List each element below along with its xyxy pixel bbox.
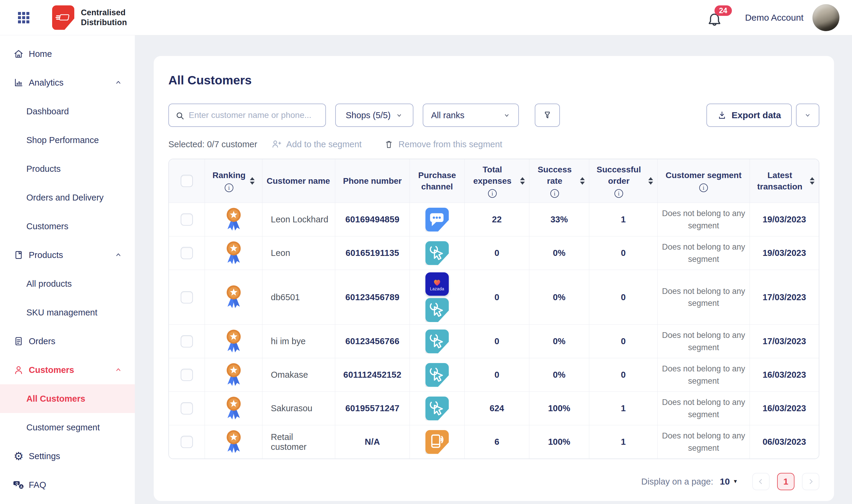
phone-number-cell: 601112452152 bbox=[335, 358, 410, 392]
row-checkbox[interactable] bbox=[181, 436, 193, 448]
sort-icon[interactable] bbox=[520, 177, 525, 185]
select-all-cell bbox=[169, 159, 205, 203]
successful-order-cell: 1 bbox=[589, 392, 658, 425]
customer-name-cell: Leon Lockhard bbox=[262, 203, 335, 236]
info-icon[interactable]: i bbox=[225, 183, 233, 192]
avatar[interactable] bbox=[813, 4, 839, 31]
table-header-row: RankingiCustomer namePhone numberPurchas… bbox=[169, 159, 819, 203]
phone-number-cell: N/A bbox=[335, 425, 410, 458]
rank-medal-icon bbox=[225, 429, 243, 455]
rank-medal-icon bbox=[225, 206, 243, 233]
main-content: All Customers Shops (5/5) All ranks bbox=[135, 35, 852, 504]
success-rate-cell: 33% bbox=[529, 203, 589, 236]
sidebar-item-sku-management[interactable]: SKU management bbox=[0, 298, 135, 327]
sidebar-item-label: All Customers bbox=[27, 394, 85, 404]
row-checkbox[interactable] bbox=[181, 369, 193, 381]
row-checkbox[interactable] bbox=[181, 335, 193, 347]
success-rate-cell: 0% bbox=[529, 270, 589, 324]
next-page-button[interactable] bbox=[802, 473, 819, 490]
successful-order-cell: 1 bbox=[589, 425, 658, 458]
sidebar-item-orders-and-delivery[interactable]: Orders and Delivery bbox=[0, 183, 135, 212]
phone-number-cell: 60165191135 bbox=[335, 236, 410, 270]
search-icon bbox=[175, 111, 185, 121]
row-checkbox[interactable] bbox=[181, 291, 193, 304]
webstore-channel-icon bbox=[425, 363, 449, 387]
prev-page-button[interactable] bbox=[752, 473, 770, 490]
customer-segment-cell: Does not belong to any segment bbox=[658, 236, 750, 270]
sidebar-item-label: Customer segment bbox=[27, 422, 100, 432]
select-all-checkbox[interactable] bbox=[181, 175, 193, 187]
advanced-filter-button[interactable] bbox=[535, 104, 560, 127]
sidebar-item-home[interactable]: Home bbox=[0, 39, 135, 68]
row-checkbox[interactable] bbox=[181, 213, 193, 226]
ranks-dropdown[interactable]: All ranks bbox=[423, 104, 519, 127]
sidebar-item-all-customers[interactable]: All Customers bbox=[0, 384, 135, 413]
webstore-channel-icon bbox=[425, 329, 449, 354]
app-grid-icon[interactable] bbox=[18, 12, 29, 23]
success-rate-cell: 0% bbox=[529, 358, 589, 392]
latest-transaction-cell: 17/03/2023 bbox=[750, 270, 819, 324]
page-number-button[interactable]: 1 bbox=[777, 473, 795, 490]
sidebar-item-customers[interactable]: Customers bbox=[0, 212, 135, 241]
column-header-customer-name: Customer name bbox=[262, 159, 335, 203]
remove-from-segment-button[interactable]: Remove from this segment bbox=[384, 139, 502, 149]
latest-transaction-cell: 19/03/2023 bbox=[750, 203, 819, 236]
account-name[interactable]: Demo Account bbox=[745, 13, 803, 23]
ranking-cell bbox=[205, 425, 262, 458]
rank-medal-icon bbox=[225, 395, 243, 422]
sidebar-item-orders[interactable]: Orders bbox=[0, 327, 135, 356]
sidebar-nav: HomeAnalyticsDashboardShop PerformancePr… bbox=[0, 35, 135, 504]
export-data-button[interactable]: Export data bbox=[707, 104, 792, 127]
sort-icon[interactable] bbox=[810, 177, 815, 185]
latest-transaction-cell: 19/03/2023 bbox=[750, 236, 819, 270]
lazada-channel-icon: Lazada bbox=[425, 272, 449, 296]
sidebar-item-label: Dashboard bbox=[27, 107, 69, 116]
sidebar-item-customers[interactable]: Customers bbox=[0, 356, 135, 384]
row-select-cell bbox=[169, 236, 205, 270]
info-icon[interactable]: i bbox=[614, 189, 623, 198]
table-row: db650160123456789Lazada00%0Does not belo… bbox=[169, 270, 819, 324]
column-header-ranking: Rankingi bbox=[205, 159, 262, 203]
analytics-icon bbox=[13, 77, 24, 88]
sidebar-item-dashboard[interactable]: Dashboard bbox=[0, 97, 135, 126]
chevron-up-icon[interactable] bbox=[115, 79, 122, 87]
purchase-channel-cell: Lazada bbox=[410, 270, 465, 324]
info-icon[interactable]: i bbox=[488, 189, 497, 198]
sidebar-item-products[interactable]: Products bbox=[0, 241, 135, 269]
sort-icon[interactable] bbox=[648, 177, 653, 185]
latest-transaction-cell: 06/03/2023 bbox=[750, 425, 819, 458]
sort-icon[interactable] bbox=[580, 177, 585, 185]
add-to-segment-button[interactable]: Add to the segment bbox=[271, 139, 362, 150]
webstore-channel-icon bbox=[425, 298, 449, 322]
shops-dropdown[interactable]: Shops (5/5) bbox=[335, 104, 413, 127]
customers-table: RankingiCustomer namePhone numberPurchas… bbox=[168, 159, 819, 459]
sidebar-item-products[interactable]: Products bbox=[0, 155, 135, 183]
export-options-button[interactable] bbox=[796, 104, 819, 127]
sidebar-item-label: Products bbox=[27, 164, 60, 174]
table-row: Leon Lockhard601694948592233%1Does not b… bbox=[169, 203, 819, 236]
notifications-button[interactable]: 24 bbox=[707, 7, 725, 28]
row-checkbox[interactable] bbox=[181, 402, 193, 415]
chevron-up-icon[interactable] bbox=[115, 366, 122, 374]
svg-text:A: A bbox=[20, 485, 22, 488]
sidebar-item-label: Products bbox=[29, 250, 63, 260]
info-icon[interactable]: i bbox=[699, 183, 708, 192]
column-header-latest-transaction: Latest transaction bbox=[750, 159, 819, 203]
notification-badge: 24 bbox=[714, 5, 732, 16]
offline-channel-icon bbox=[425, 430, 449, 454]
sidebar-item-label: SKU management bbox=[27, 308, 97, 318]
sidebar-item-all-products[interactable]: All products bbox=[0, 269, 135, 298]
page-size-select[interactable]: 10▼ bbox=[720, 476, 738, 487]
search-input[interactable] bbox=[168, 104, 326, 127]
sidebar-item-faq[interactable]: QAFAQ bbox=[0, 470, 135, 499]
sidebar-item-customer-segment[interactable]: Customer segment bbox=[0, 413, 135, 442]
row-checkbox[interactable] bbox=[181, 247, 193, 259]
purchase-channel-cell bbox=[410, 392, 465, 425]
total-expenses-cell: 624 bbox=[465, 392, 529, 425]
sidebar-item-settings[interactable]: ⚙Settings bbox=[0, 442, 135, 470]
info-icon[interactable]: i bbox=[550, 189, 559, 198]
sidebar-item-shop-performance[interactable]: Shop Performance bbox=[0, 126, 135, 155]
sidebar-item-analytics[interactable]: Analytics bbox=[0, 68, 135, 97]
chevron-up-icon[interactable] bbox=[115, 251, 122, 259]
sort-icon[interactable] bbox=[250, 177, 255, 185]
